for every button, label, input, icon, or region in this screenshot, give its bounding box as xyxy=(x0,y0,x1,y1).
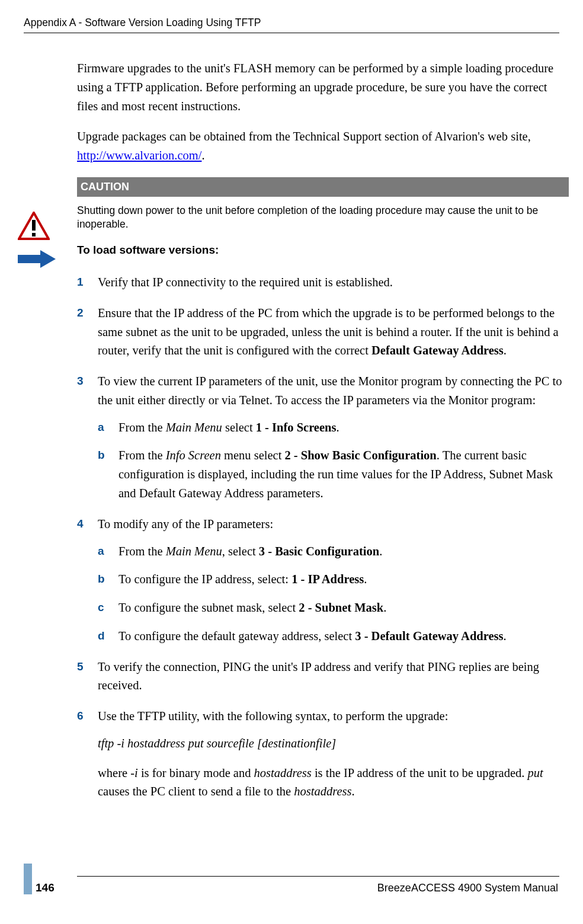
step-6-text: Use the TFTP utility, with the following… xyxy=(98,709,448,722)
step-2-text-b: . xyxy=(504,344,507,357)
main-content: Firmware upgrades to the unit's FLASH me… xyxy=(77,59,569,813)
step-1-text: Verify that IP connectivity to the requi… xyxy=(98,276,393,289)
step-5-text: To verify the connection, PING the unit'… xyxy=(98,660,539,692)
s4c-post: . xyxy=(383,601,386,614)
s3b-bold: 2 - Show Basic Configuration xyxy=(284,449,436,462)
step-3-text: To view the current IP parameters of the… xyxy=(98,375,562,407)
s6e-i1: -i xyxy=(130,766,138,779)
s3a-pre: From the xyxy=(118,421,166,434)
intro-paragraph-1: Firmware upgrades to the unit's FLASH me… xyxy=(77,59,569,116)
s6e-i4: hostaddress xyxy=(294,785,351,798)
svg-rect-2 xyxy=(32,233,36,236)
s4a-ital: Main Menu xyxy=(166,545,222,558)
caution-label: CAUTION xyxy=(77,177,569,197)
step-6-syntax: tftp -i hostaddress put sourcefile [dest… xyxy=(98,734,569,753)
s6e-i3: put xyxy=(528,766,543,779)
caution-body: Shutting down power to the unit before c… xyxy=(77,204,569,232)
step-4a: From the Main Menu, select 3 - Basic Con… xyxy=(98,542,569,561)
s6e-b: is for binary mode and xyxy=(138,766,254,779)
s4a-pre: From the xyxy=(118,545,166,558)
s4a-mid: , select xyxy=(222,545,259,558)
s3b-ital: Info Screen xyxy=(166,449,221,462)
svg-rect-1 xyxy=(32,220,36,231)
s4c-pre: To configure the subnet mask, select xyxy=(118,601,299,614)
intro-paragraph-2: Upgrade packages can be obtained from th… xyxy=(77,127,569,165)
intro-p2-prefix: Upgrade packages can be obtained from th… xyxy=(77,130,531,143)
s4b-pre: To configure the IP address, select: xyxy=(118,573,292,586)
s6e-i2: hostaddress xyxy=(254,766,312,779)
s4d-pre: To configure the default gateway address… xyxy=(118,629,355,642)
s3a-bold: 1 - Info Screens xyxy=(256,421,337,434)
step-3b: From the Info Screen menu select 2 - Sho… xyxy=(98,446,569,503)
running-header: Appendix A - Software Version Loading Us… xyxy=(24,17,559,33)
page-number: 146 xyxy=(24,881,55,894)
s4c-bold: 2 - Subnet Mask xyxy=(299,601,383,614)
step-4d: To configure the default gateway address… xyxy=(98,627,569,646)
procedure-list: Verify that IP connectivity to the requi… xyxy=(77,273,569,801)
step-6: Use the TFTP utility, with the following… xyxy=(77,707,569,801)
running-title: Appendix A - Software Version Loading Us… xyxy=(24,17,261,28)
s3b-mid: menu select xyxy=(221,449,285,462)
s6e-d: causes the PC client to send a file to t… xyxy=(98,785,294,798)
s4a-bold: 3 - Basic Configuration xyxy=(259,545,379,558)
step-1: Verify that IP connectivity to the requi… xyxy=(77,273,569,292)
s6e-a: where xyxy=(98,766,130,779)
caution-block: CAUTION Shutting down power to the unit … xyxy=(77,177,569,232)
s3a-ital: Main Menu xyxy=(166,421,222,434)
s6e-e: . xyxy=(352,785,355,798)
s3a-mid: select xyxy=(222,421,256,434)
step-3-sublist: From the Main Menu select 1 - Info Scree… xyxy=(98,418,569,503)
step-4b: To configure the IP address, select: 1 -… xyxy=(98,570,569,589)
footer-rule xyxy=(77,876,559,877)
step-2-bold: Default Gateway Address xyxy=(371,344,504,357)
s4a-post: . xyxy=(379,545,382,558)
step-4c: To configure the subnet mask, select 2 -… xyxy=(98,599,569,618)
step-5: To verify the connection, PING the unit'… xyxy=(77,658,569,696)
step-4-sublist: From the Main Menu, select 3 - Basic Con… xyxy=(98,542,569,646)
alvarion-link[interactable]: http://www.alvarion.com/ xyxy=(77,149,201,162)
manual-name: BreezeACCESS 4900 System Manual xyxy=(377,882,559,894)
s4d-bold: 3 - Default Gateway Address xyxy=(355,629,503,642)
s6e-c: is the IP address of the unit to be upgr… xyxy=(312,766,528,779)
step-4: To modify any of the IP parameters: From… xyxy=(77,515,569,646)
warning-triangle-icon xyxy=(18,212,50,242)
step-4-text: To modify any of the IP parameters: xyxy=(98,517,273,530)
step-2: Ensure that the IP address of the PC fro… xyxy=(77,304,569,360)
page-footer: 146 BreezeACCESS 4900 System Manual xyxy=(24,876,559,894)
s4b-bold: 1 - IP Address xyxy=(292,573,364,586)
procedure-heading: To load software versions: xyxy=(77,244,569,257)
s4b-post: . xyxy=(364,573,367,586)
intro-p2-suffix: . xyxy=(201,149,204,162)
s3b-pre: From the xyxy=(118,449,166,462)
s3a-post: . xyxy=(336,421,339,434)
svg-marker-3 xyxy=(18,250,56,268)
s4d-post: . xyxy=(503,629,506,642)
arrow-right-icon xyxy=(18,250,56,270)
step-6-explanation: where -i is for binary mode and hostaddr… xyxy=(98,764,569,802)
step-3a: From the Main Menu select 1 - Info Scree… xyxy=(98,418,569,437)
step-3: To view the current IP parameters of the… xyxy=(77,372,569,503)
